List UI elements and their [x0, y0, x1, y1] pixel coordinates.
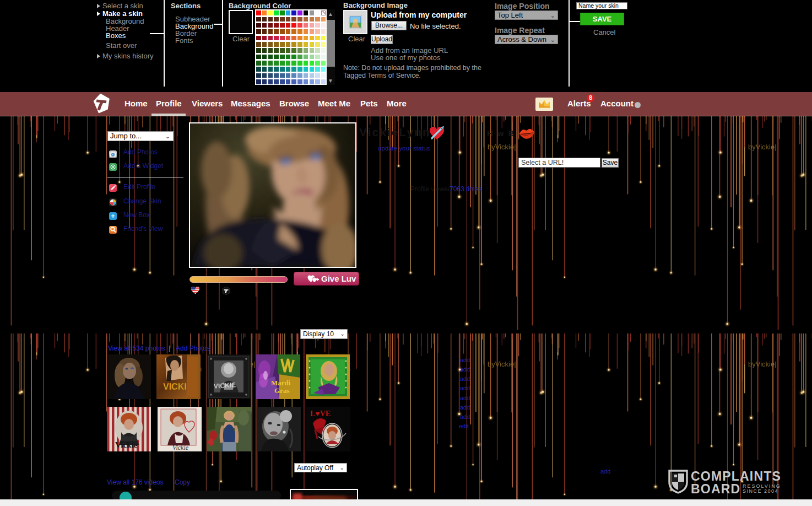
svg-text:Vickie: Vickie [172, 444, 189, 451]
svg-text:VICKI: VICKI [163, 382, 187, 391]
svg-text:L♥VE: L♥VE [310, 410, 331, 418]
svg-text:Mardi: Mardi [271, 379, 291, 387]
svg-text:Gras: Gras [274, 386, 289, 395]
svg-text:VICKIE: VICKIE [214, 381, 236, 390]
svg-text:Vickie: Vickie [115, 440, 138, 449]
